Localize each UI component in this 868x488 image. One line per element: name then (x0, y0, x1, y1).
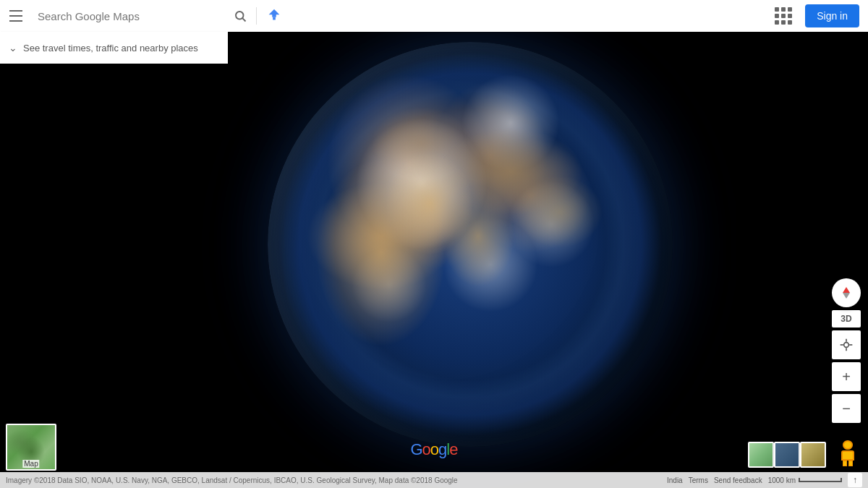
apps-grid-icon (775, 7, 792, 25)
3d-mode-button[interactable]: 3D (832, 310, 861, 328)
earth-globe (268, 42, 673, 447)
explore-text: See travel times, traffic and nearby pla… (23, 43, 198, 53)
zoom-out-button[interactable]: − (832, 394, 861, 423)
search-box (32, 0, 227, 32)
default-layer-button[interactable] (748, 442, 774, 468)
compass-icon (841, 287, 852, 299)
terms-link[interactable]: Terms (689, 476, 708, 484)
explore-bar: ⌄ See travel times, traffic and nearby p… (0, 32, 228, 64)
svg-line-1 (242, 18, 245, 21)
right-controls: 3D + − (832, 278, 861, 423)
map-type-controls (748, 442, 826, 468)
attribution-text: Imagery ©2018 Data SIO, NOAA, U.S. Navy,… (6, 476, 661, 484)
directions-button[interactable] (260, 1, 289, 30)
svg-rect-2 (273, 17, 276, 20)
scale-bar: 1000 km (768, 476, 842, 484)
location-button[interactable] (832, 330, 861, 359)
header-right: Sign in (770, 3, 868, 29)
google-logo: Google (410, 440, 457, 459)
header-bar: Sign in (0, 0, 868, 32)
search-input[interactable] (38, 10, 221, 22)
map-thumbnail-label: Map (22, 460, 39, 468)
google-logo-text: Google (410, 440, 457, 458)
search-button[interactable] (227, 3, 253, 29)
attribution-bar: Imagery ©2018 Data SIO, NOAA, U.S. Navy,… (0, 472, 868, 488)
sign-in-button[interactable]: Sign in (805, 4, 859, 27)
menu-button[interactable] (0, 0, 32, 32)
search-divider (256, 7, 257, 25)
scale-label: 1000 km (768, 476, 796, 484)
hamburger-icon (9, 10, 22, 22)
satellite-layer-button[interactable] (774, 442, 800, 468)
terrain-layer-button[interactable] (800, 442, 826, 468)
apps-button[interactable] (770, 3, 796, 29)
india-link[interactable]: India (667, 476, 683, 484)
compass-button[interactable] (832, 278, 861, 307)
zoom-in-button[interactable]: + (832, 362, 861, 391)
expand-button[interactable]: ↑ (848, 473, 862, 487)
chevron-down-icon[interactable]: ⌄ (9, 42, 17, 53)
scale-line (799, 478, 842, 482)
pegman-icon (838, 440, 858, 466)
pegman-button[interactable] (838, 440, 858, 466)
map-thumbnail[interactable]: Map (6, 424, 56, 471)
feedback-link[interactable]: Send feedback (714, 476, 762, 484)
svg-point-3 (844, 343, 849, 348)
globe-view[interactable] (0, 0, 868, 488)
svg-point-0 (236, 12, 244, 20)
